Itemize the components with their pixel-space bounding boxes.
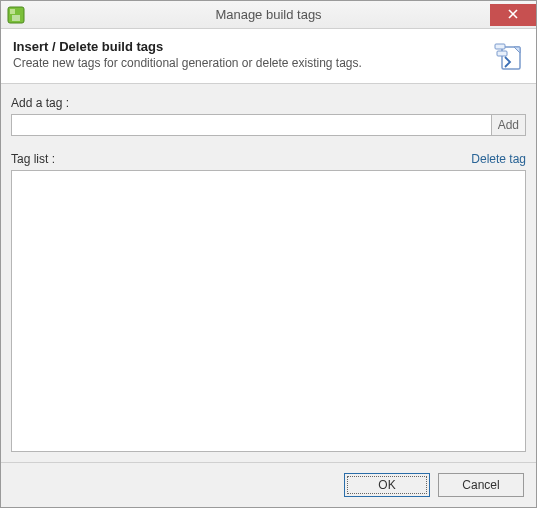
- close-icon: [508, 8, 518, 22]
- header-subheading: Create new tags for conditional generati…: [13, 56, 484, 70]
- close-button[interactable]: [490, 4, 536, 26]
- tags-page-icon: [492, 41, 524, 73]
- add-tag-row: Add: [11, 114, 526, 136]
- tag-list-box[interactable]: [11, 170, 526, 452]
- svg-rect-2: [12, 15, 20, 21]
- window-title: Manage build tags: [1, 7, 536, 22]
- header-panel: Insert / Delete build tags Create new ta…: [1, 29, 536, 84]
- cancel-button[interactable]: Cancel: [438, 473, 524, 497]
- ok-button[interactable]: OK: [344, 473, 430, 497]
- add-tag-label: Add a tag :: [11, 96, 526, 110]
- taglist-label: Tag list :: [11, 152, 55, 166]
- titlebar: Manage build tags: [1, 1, 536, 29]
- footer: OK Cancel: [1, 463, 536, 507]
- add-tag-input[interactable]: [11, 114, 492, 136]
- dialog-window: Manage build tags Insert / Delete build …: [0, 0, 537, 508]
- body-area: Add a tag : Add Tag list : Delete tag: [1, 84, 536, 463]
- svg-rect-8: [497, 51, 507, 56]
- header-text: Insert / Delete build tags Create new ta…: [13, 39, 484, 70]
- svg-rect-7: [495, 44, 505, 49]
- taglist-header-row: Tag list : Delete tag: [11, 152, 526, 166]
- svg-rect-1: [10, 9, 15, 14]
- header-heading: Insert / Delete build tags: [13, 39, 484, 54]
- add-tag-button[interactable]: Add: [492, 114, 526, 136]
- app-icon: [7, 6, 25, 24]
- delete-tag-link[interactable]: Delete tag: [471, 152, 526, 166]
